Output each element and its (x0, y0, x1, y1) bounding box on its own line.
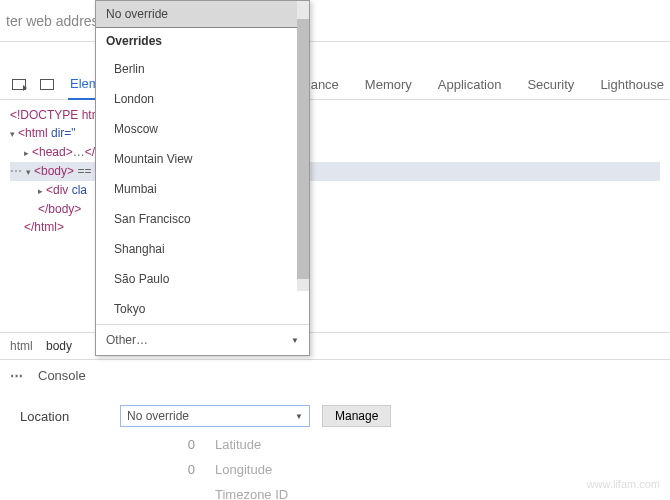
dropdown-header[interactable]: No override (96, 1, 309, 28)
longitude-value[interactable]: 0 (120, 462, 215, 477)
watermark: www.lifam.com (587, 478, 660, 490)
timezone-label: Timezone ID (215, 487, 288, 500)
location-select-value: No override (127, 409, 189, 423)
drawer-tabs: ⋯ Console (0, 359, 670, 391)
tab-security[interactable]: Security (525, 70, 576, 99)
tab-memory[interactable]: Memory (363, 70, 414, 99)
dropdown-other-label: Other… (106, 333, 148, 347)
dropdown-other[interactable]: Other… ▼ (96, 324, 309, 355)
tab-application[interactable]: Application (436, 70, 504, 99)
inspect-icon[interactable] (12, 79, 26, 90)
dropdown-option[interactable]: Moscow (96, 114, 309, 144)
dropdown-option[interactable]: London (96, 84, 309, 114)
latitude-value[interactable]: 0 (120, 437, 215, 452)
location-select[interactable]: No override ▼ (120, 405, 310, 427)
location-label: Location (20, 409, 120, 424)
crumb-html[interactable]: html (10, 339, 33, 353)
address-placeholder: ter web address (6, 13, 106, 29)
scrollbar-thumb[interactable] (297, 19, 309, 279)
crumb-body[interactable]: body (46, 339, 72, 353)
dropdown-option[interactable]: Mountain View (96, 144, 309, 174)
manage-button[interactable]: Manage (322, 405, 391, 427)
chevron-down-icon: ▼ (291, 336, 299, 345)
tabs-right-group: Performance Memory Application Security … (262, 70, 670, 99)
longitude-label: Longitude (215, 462, 272, 477)
dropdown-option[interactable]: Berlin (96, 54, 309, 84)
device-toggle-icon[interactable] (40, 79, 54, 90)
dropdown-option[interactable]: Tokyo (96, 294, 309, 324)
dropdown-subheader: Overrides (96, 28, 309, 54)
timezone-row: Timezone ID (20, 487, 650, 500)
tab-lighthouse[interactable]: Lighthouse (598, 70, 666, 99)
dropdown-option[interactable]: São Paulo (96, 264, 309, 294)
location-dropdown: No override Overrides Berlin London Mosc… (95, 0, 310, 356)
dropdown-option[interactable]: Shanghai (96, 234, 309, 264)
chevron-down-icon: ▼ (295, 412, 303, 421)
drawer-tab-console[interactable]: Console (38, 368, 86, 383)
kebab-icon[interactable]: ⋯ (10, 368, 24, 383)
dropdown-option[interactable]: Mumbai (96, 174, 309, 204)
latitude-label: Latitude (215, 437, 261, 452)
location-row: Location No override ▼ Manage (20, 405, 650, 427)
sensors-panel: Location No override ▼ Manage 0 Latitude… (0, 391, 670, 500)
latitude-row: 0 Latitude (20, 437, 650, 452)
dropdown-option[interactable]: San Francisco (96, 204, 309, 234)
longitude-row: 0 Longitude (20, 462, 650, 477)
